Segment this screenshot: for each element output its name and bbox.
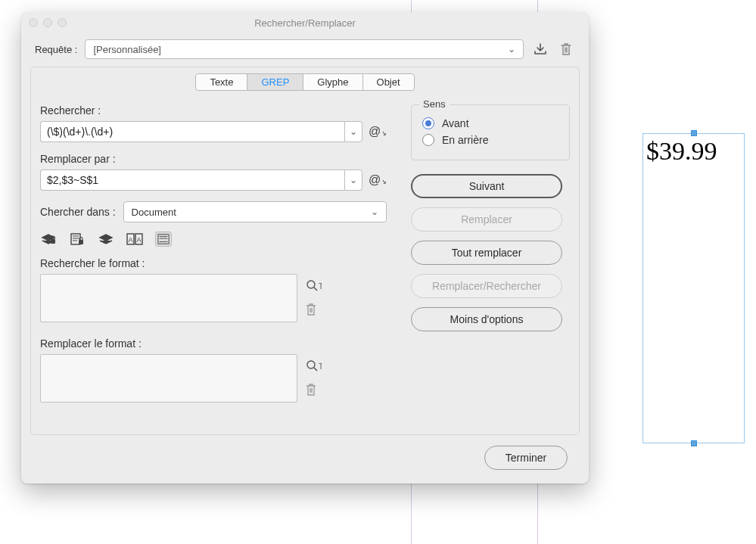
replace-input[interactable]: $2,$3~S$1 [40,169,344,191]
locked-layers-icon[interactable] [40,232,57,247]
price-text[interactable]: $39.99 [646,137,717,166]
radio-icon [422,117,434,129]
tab-object[interactable]: Objet [362,73,415,91]
find-format-box[interactable] [40,274,297,322]
hidden-layers-icon[interactable] [98,232,114,247]
clear-replace-format-button[interactable] [305,383,322,396]
svg-rect-2 [79,240,83,244]
search-in-label: Chercher dans : [40,206,116,218]
find-history-button[interactable]: ⌄ [344,121,362,142]
svg-text:T: T [319,362,322,371]
query-select-value: [Personnalisée] [93,44,161,55]
chevron-down-icon: ⌄ [350,175,357,185]
zoom-window-button[interactable] [58,18,67,27]
replace-history-button[interactable]: ⌄ [344,169,362,191]
fewer-options-button[interactable]: Moins d'options [411,307,562,331]
specify-replace-format-button[interactable]: T [305,359,322,372]
chevron-down-icon: ⌄ [350,126,357,137]
replace-find-button: Remplacer/Rechercher [411,274,562,298]
tabs: Texte GREP Glyphe Objet [40,73,570,91]
replace-all-button[interactable]: Tout remplacer [411,241,562,265]
find-input[interactable]: (\$)(\d+)\.(\d+) [40,121,344,142]
save-query-button[interactable] [531,41,549,58]
window-controls [29,18,67,27]
radio-icon [422,134,434,146]
text-frame[interactable]: $39.99 [642,133,745,443]
replace-label: Remplacer par : [40,153,387,165]
search-in-select[interactable]: Document ⌄ [123,201,387,222]
main-panel: Texte GREP Glyphe Objet Rechercher : (\$… [30,67,580,435]
locked-stories-icon[interactable] [69,232,86,247]
search-in-value: Document [132,207,176,218]
replace-format-box[interactable] [40,354,297,403]
replace-special-chars-button[interactable]: @↘ [369,173,387,187]
chevron-down-icon: ⌄ [371,207,378,217]
frame-handle[interactable] [691,440,697,446]
query-label: Requête : [35,44,77,55]
footnotes-icon[interactable] [155,232,172,247]
delete-query-button[interactable] [557,41,575,58]
minimize-window-button[interactable] [43,18,52,27]
direction-group: Sens Avant En arrière [411,104,570,160]
svg-rect-7 [158,235,169,244]
find-format-label: Rechercher le format : [40,257,387,269]
find-label: Rechercher : [40,104,387,117]
find-replace-dialog: Rechercher/Remplacer Requête : [Personna… [21,12,589,483]
svg-text:A: A [128,236,132,244]
find-next-button[interactable]: Suivant [411,174,562,198]
direction-legend: Sens [419,98,450,110]
titlebar: Rechercher/Remplacer [21,12,589,33]
window-title: Rechercher/Remplacer [254,17,356,29]
close-window-button[interactable] [29,18,38,27]
chevron-down-icon: ⌄ [508,44,515,54]
tab-glyph[interactable]: Glyphe [303,73,362,91]
svg-text:A: A [136,236,141,244]
tab-text[interactable]: Texte [195,73,247,91]
direction-backward-radio[interactable]: En arrière [422,134,558,146]
svg-point-10 [307,361,315,368]
svg-rect-0 [51,239,55,244]
svg-point-8 [307,281,315,288]
specify-find-format-button[interactable]: T [305,278,322,292]
direction-forward-radio[interactable]: Avant [422,117,558,129]
done-button[interactable]: Terminer [484,446,568,470]
scope-icons: AA [40,232,387,247]
tab-grep[interactable]: GREP [247,73,303,91]
replace-button: Remplacer [411,207,562,232]
query-select[interactable]: [Personnalisée] ⌄ [85,39,524,59]
svg-text:T: T [319,282,322,291]
direction-backward-label: En arrière [442,134,488,146]
replace-format-label: Remplacer le format : [40,337,387,350]
find-special-chars-button[interactable]: @↘ [369,125,387,138]
direction-forward-label: Avant [442,117,469,129]
clear-find-format-button[interactable] [305,303,322,316]
frame-handle[interactable] [691,130,697,136]
master-pages-icon[interactable]: AA [126,232,143,247]
